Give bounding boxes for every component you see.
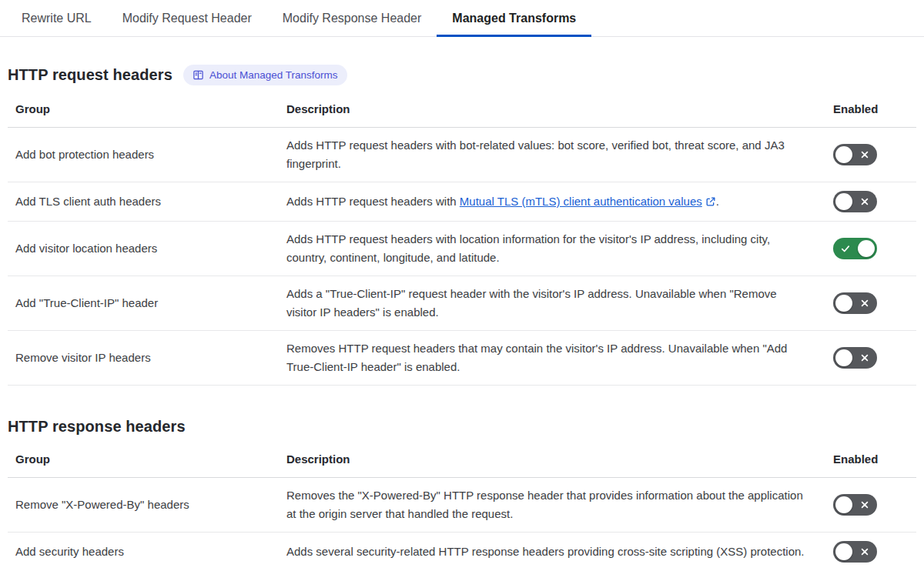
section-title-request: HTTP request headers xyxy=(8,66,172,84)
column-header-group: Group xyxy=(8,443,279,477)
row-group-label: Remove visitor IP headers xyxy=(8,340,279,376)
row-group-label: Add security headers xyxy=(8,534,279,569)
toggle-off-x-icon xyxy=(859,499,870,510)
row-description: Adds HTTP request headers with bot-relat… xyxy=(279,128,825,182)
row-description: Adds HTTP request headers with location … xyxy=(279,222,825,275)
table-row: Add "True-Client-IP" headerAdds a "True-… xyxy=(8,276,916,331)
row-description: Removes the "X-Powered-By" HTTP response… xyxy=(279,478,825,532)
row-group-label: Remove "X-Powered-By" headers xyxy=(8,487,279,523)
row-group-label: Add TLS client auth headers xyxy=(8,184,279,219)
about-managed-transforms-link[interactable]: About Managed Transforms xyxy=(183,65,347,85)
toggle-off-x-icon xyxy=(859,149,870,160)
table-body: Remove "X-Powered-By" headersRemoves the… xyxy=(8,478,916,571)
enabled-toggle-add-visitor-location-headers[interactable] xyxy=(833,238,877,259)
row-description: Adds several security-related HTTP respo… xyxy=(279,534,825,569)
table-header-row: Group Description Enabled xyxy=(8,443,916,478)
tab-bar: Rewrite URL Modify Request Header Modify… xyxy=(0,0,924,37)
tab-rewrite-url[interactable]: Rewrite URL xyxy=(6,0,107,36)
request-section-header: HTTP request headers About Managed Trans… xyxy=(8,65,916,85)
section-title-response: HTTP response headers xyxy=(8,418,186,436)
row-enabled-cell xyxy=(825,135,916,174)
toggle-off-x-icon xyxy=(859,298,870,309)
table-row: Add visitor location headersAdds HTTP re… xyxy=(8,222,916,276)
row-enabled-cell xyxy=(825,486,916,524)
column-header-description: Description xyxy=(279,443,825,477)
http-response-headers-section: HTTP response headers Group Description … xyxy=(8,418,916,571)
table-row: Remove "X-Powered-By" headersRemoves the… xyxy=(8,478,916,533)
row-group-label: Add bot protection headers xyxy=(8,137,279,172)
description-text: Adds HTTP request headers with xyxy=(286,195,460,208)
tab-modify-request-header[interactable]: Modify Request Header xyxy=(107,0,267,36)
row-description: Adds a "True-Client-IP" request header w… xyxy=(279,276,825,330)
row-group-label: Add "True-Client-IP" header xyxy=(8,286,279,321)
row-group-label: Add visitor location headers xyxy=(8,231,279,266)
toggle-off-x-icon xyxy=(859,352,870,363)
toggle-knob xyxy=(858,240,875,257)
external-link-icon xyxy=(702,195,716,208)
enabled-toggle-add-tls-client-auth-headers[interactable] xyxy=(833,191,877,212)
column-header-enabled: Enabled xyxy=(825,443,916,477)
toggle-knob xyxy=(835,295,852,312)
toggle-knob xyxy=(835,496,852,513)
tab-modify-response-header[interactable]: Modify Response Header xyxy=(267,0,437,36)
toggle-knob xyxy=(835,349,852,366)
table-row: Add TLS client auth headersAdds HTTP req… xyxy=(8,182,916,222)
toggle-off-x-icon xyxy=(859,546,870,557)
row-enabled-cell xyxy=(825,533,916,571)
column-header-group: Group xyxy=(8,93,279,127)
request-headers-table: Group Description Enabled Add bot protec… xyxy=(8,93,916,386)
row-description: Removes HTTP request headers that may co… xyxy=(279,331,825,385)
toggle-knob xyxy=(835,146,852,163)
row-description: Adds HTTP request headers with Mutual TL… xyxy=(279,184,825,219)
row-enabled-cell xyxy=(825,229,916,268)
toggle-knob xyxy=(835,193,852,210)
row-enabled-cell xyxy=(825,339,916,377)
enabled-toggle-remove-visitor-ip-headers[interactable] xyxy=(833,347,877,369)
table-body: Add bot protection headersAdds HTTP requ… xyxy=(8,128,916,386)
enabled-toggle-add-true-client-ip-header[interactable] xyxy=(833,292,877,314)
description-text: . xyxy=(716,195,719,208)
toggle-off-x-icon xyxy=(859,196,870,207)
toggle-on-check-icon xyxy=(840,243,851,254)
enabled-toggle-remove-x-powered-by-headers[interactable] xyxy=(833,494,877,516)
row-enabled-cell xyxy=(825,182,916,221)
response-section-header: HTTP response headers xyxy=(8,418,916,436)
description-link[interactable]: Mutual TLS (mTLS) client authentication … xyxy=(460,195,716,208)
table-row: Add security headersAdds several securit… xyxy=(8,533,916,571)
column-header-description: Description xyxy=(279,93,825,127)
tab-managed-transforms[interactable]: Managed Transforms xyxy=(437,0,591,36)
badge-label: About Managed Transforms xyxy=(209,70,338,81)
http-request-headers-section: HTTP request headers About Managed Trans… xyxy=(8,65,916,386)
response-headers-table: Group Description Enabled Remove "X-Powe… xyxy=(8,443,916,571)
table-row: Remove visitor IP headersRemoves HTTP re… xyxy=(8,331,916,386)
enabled-toggle-add-bot-protection-headers[interactable] xyxy=(833,144,877,165)
table-header-row: Group Description Enabled xyxy=(8,93,916,128)
managed-transforms-panel: HTTP request headers About Managed Trans… xyxy=(0,65,924,571)
column-header-enabled: Enabled xyxy=(825,93,916,127)
toggle-knob xyxy=(835,543,852,560)
enabled-toggle-add-security-headers[interactable] xyxy=(833,541,877,563)
table-row: Add bot protection headersAdds HTTP requ… xyxy=(8,128,916,182)
row-enabled-cell xyxy=(825,284,916,322)
book-icon xyxy=(192,69,204,81)
